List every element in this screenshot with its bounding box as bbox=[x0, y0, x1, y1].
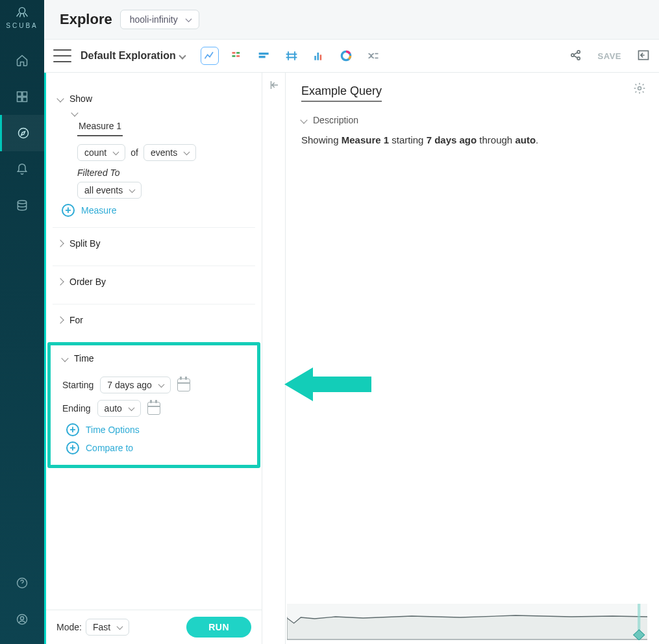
share-icon bbox=[569, 49, 582, 62]
svg-rect-15 bbox=[258, 56, 265, 58]
section-time-label: Time bbox=[74, 353, 94, 364]
starting-calendar-button[interactable] bbox=[177, 378, 190, 391]
brand-logo: SCUBA bbox=[6, 5, 38, 29]
svg-point-6 bbox=[18, 201, 26, 204]
svg-rect-13 bbox=[236, 55, 240, 57]
query-panel: Show Measure 1 count of events bbox=[44, 73, 262, 644]
viz-sankey-button[interactable] bbox=[364, 47, 382, 65]
viz-bar-button[interactable] bbox=[255, 47, 273, 65]
add-measure-button[interactable]: + Measure bbox=[62, 204, 250, 217]
save-button[interactable]: SAVE bbox=[598, 51, 621, 61]
section-splitby-label: Split By bbox=[69, 238, 100, 249]
table-icon bbox=[230, 49, 243, 62]
time-options-button[interactable]: + Time Options bbox=[66, 423, 245, 436]
menu-toggle[interactable] bbox=[53, 49, 71, 62]
section-time-header[interactable]: Time bbox=[62, 353, 245, 370]
compass-icon bbox=[17, 127, 30, 140]
grid-icon bbox=[16, 90, 29, 103]
svg-rect-14 bbox=[258, 53, 268, 55]
of-label: of bbox=[131, 147, 138, 158]
measure-tab[interactable]: Measure 1 bbox=[77, 119, 123, 136]
ending-calendar-button[interactable] bbox=[147, 402, 160, 415]
user-icon bbox=[16, 613, 29, 626]
svg-point-24 bbox=[638, 87, 641, 90]
exploration-dropdown[interactable] bbox=[179, 52, 186, 59]
svg-rect-1 bbox=[18, 92, 22, 97]
svg-rect-4 bbox=[23, 97, 27, 102]
timeline-overview[interactable] bbox=[287, 604, 647, 640]
arrow-left-icon bbox=[284, 364, 375, 405]
filter-select[interactable]: all events bbox=[77, 182, 142, 199]
section-show-label: Show bbox=[69, 93, 92, 104]
viz-table-button[interactable] bbox=[228, 47, 246, 65]
svg-rect-11 bbox=[236, 52, 240, 54]
mode-select[interactable]: Fast bbox=[86, 619, 129, 636]
svg-rect-16 bbox=[314, 56, 316, 60]
svg-rect-17 bbox=[317, 53, 319, 60]
starting-label: Starting bbox=[62, 380, 93, 390]
database-icon bbox=[16, 199, 29, 212]
section-orderby-header[interactable]: Order By bbox=[58, 270, 250, 293]
export-icon bbox=[637, 49, 650, 62]
bell-icon bbox=[16, 163, 29, 176]
entity-select[interactable]: events bbox=[143, 144, 196, 161]
query-title[interactable]: Example Query bbox=[301, 84, 382, 102]
exploration-name: Default Exploration bbox=[81, 50, 176, 62]
help-icon bbox=[16, 576, 29, 589]
viz-pie-button[interactable] bbox=[337, 47, 355, 65]
nav-alerts[interactable] bbox=[0, 151, 44, 188]
compare-to-button[interactable]: + Compare to bbox=[66, 441, 245, 454]
measure-header[interactable] bbox=[58, 110, 250, 119]
section-orderby-label: Order By bbox=[69, 277, 106, 287]
plus-icon: + bbox=[62, 204, 75, 217]
brand-name: SCUBA bbox=[6, 22, 38, 29]
nav-help[interactable] bbox=[0, 565, 44, 601]
share-button[interactable] bbox=[569, 49, 582, 64]
ending-select[interactable]: auto bbox=[97, 400, 141, 417]
nav-rail: SCUBA bbox=[0, 0, 44, 644]
filtered-to-label: Filtered To bbox=[77, 167, 250, 178]
query-footer: Mode: Fast RUN bbox=[46, 610, 262, 644]
svg-marker-25 bbox=[284, 367, 371, 401]
section-show-header[interactable]: Show bbox=[58, 87, 250, 110]
description-label: Description bbox=[313, 115, 358, 125]
line-chart-icon bbox=[203, 49, 216, 62]
settings-button[interactable] bbox=[633, 82, 646, 97]
aggregation-select[interactable]: count bbox=[77, 144, 125, 161]
svg-point-9 bbox=[21, 617, 24, 620]
collapse-column bbox=[262, 73, 286, 644]
ending-label: Ending bbox=[62, 403, 91, 414]
svg-rect-2 bbox=[23, 92, 27, 97]
export-button[interactable] bbox=[637, 49, 650, 64]
description-toggle[interactable]: Description bbox=[301, 115, 643, 125]
viz-number-button[interactable] bbox=[282, 47, 301, 65]
nav-explore[interactable] bbox=[0, 115, 44, 151]
dataset-select[interactable]: hooli-infinity bbox=[120, 10, 199, 29]
nav-dashboards[interactable] bbox=[0, 79, 44, 115]
section-for-header[interactable]: For bbox=[58, 308, 250, 332]
plus-icon: + bbox=[66, 441, 79, 454]
collapse-panel-button[interactable] bbox=[268, 79, 280, 644]
sparkline-icon bbox=[287, 604, 647, 640]
starting-select[interactable]: 7 days ago bbox=[100, 377, 171, 393]
results-panel: Example Query Description Showing Measur… bbox=[286, 73, 659, 644]
annotation-arrow bbox=[284, 364, 375, 407]
viz-column-button[interactable] bbox=[310, 47, 328, 65]
svg-rect-10 bbox=[232, 52, 235, 54]
viz-line-button[interactable] bbox=[201, 47, 219, 65]
time-section-highlight: Time Starting 7 days ago Ending auto bbox=[47, 342, 260, 468]
octopus-icon bbox=[15, 5, 29, 19]
section-splitby-header[interactable]: Split By bbox=[58, 232, 250, 255]
nav-home[interactable] bbox=[0, 42, 44, 79]
svg-rect-3 bbox=[18, 97, 22, 102]
nav-account[interactable] bbox=[0, 601, 44, 638]
run-button[interactable]: RUN bbox=[186, 617, 251, 638]
description-text: Showing Measure 1 starting 7 days ago th… bbox=[301, 134, 643, 145]
svg-point-5 bbox=[18, 129, 28, 138]
gear-icon bbox=[633, 82, 646, 95]
plus-icon: + bbox=[66, 423, 79, 436]
nav-data[interactable] bbox=[0, 188, 44, 224]
donut-icon bbox=[340, 49, 353, 62]
mode-label: Mode: bbox=[56, 622, 82, 632]
collapse-icon bbox=[268, 79, 280, 91]
